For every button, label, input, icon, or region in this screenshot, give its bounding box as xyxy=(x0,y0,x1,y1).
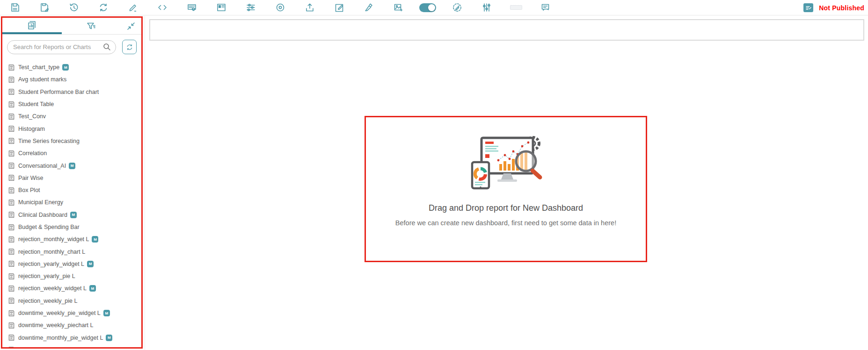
color-picker-button[interactable] xyxy=(442,0,472,15)
refresh-icon xyxy=(98,2,109,13)
sidebar-tabbar xyxy=(2,18,141,35)
report-icon xyxy=(8,88,15,95)
report-label: Test_chart_type xyxy=(18,64,59,71)
report-icon xyxy=(8,187,15,194)
edit-pencil-icon xyxy=(128,2,138,13)
reports-copy-icon xyxy=(27,20,37,30)
report-icon xyxy=(8,137,15,144)
dashboard-dropzone[interactable]: Drag and Drop report for New Dashboard B… xyxy=(365,116,647,262)
upload-button[interactable] xyxy=(295,0,324,15)
report-icon xyxy=(8,113,15,120)
report-label: rejection_yearly_widget L xyxy=(18,261,84,267)
report-list-item[interactable]: rejection_monthly_chart L xyxy=(2,245,141,257)
code-button[interactable] xyxy=(147,0,177,15)
report-list-item[interactable]: Student Table xyxy=(2,98,141,110)
report-list-item[interactable]: Time Series forecasting xyxy=(2,135,141,147)
tab-reports[interactable] xyxy=(2,18,62,34)
edit-button[interactable] xyxy=(118,0,147,15)
report-list-item[interactable]: Test_Conv xyxy=(2,110,141,122)
report-list-item[interactable]: rejection_weekly_pie L xyxy=(2,295,141,307)
add-image-button[interactable] xyxy=(383,0,413,15)
report-list-item[interactable]: Student Performance Bar chart xyxy=(2,86,141,98)
report-icon xyxy=(8,162,15,169)
report-icon xyxy=(8,125,15,132)
report-icon xyxy=(8,248,15,255)
report-icon xyxy=(8,260,15,267)
pen-button[interactable] xyxy=(354,0,383,15)
m-badge: M xyxy=(62,64,69,71)
report-label: downtime_monthly_pie_widget L xyxy=(18,335,103,341)
report-label: Student Table xyxy=(18,101,54,107)
report-list-item[interactable]: Correlation xyxy=(2,147,141,159)
m-badge: M xyxy=(106,335,112,341)
report-icon xyxy=(8,199,15,206)
report-label: Budget & Spending Bar xyxy=(18,224,80,230)
report-list-item[interactable]: rejection_yearly_pie L xyxy=(2,270,141,282)
comments-button[interactable] xyxy=(531,0,560,15)
search-input[interactable] xyxy=(13,43,103,50)
preview-button[interactable] xyxy=(265,0,295,15)
report-list-item[interactable]: Pair Wise xyxy=(2,172,141,184)
m-badge: M xyxy=(103,310,110,316)
publish-button[interactable] xyxy=(803,3,813,12)
report-label: rejection_weekly_pie L xyxy=(18,298,77,304)
report-label: Conversational_AI xyxy=(18,163,66,169)
report-list-item[interactable]: Test_chart_type M xyxy=(2,61,141,73)
m-badge: M xyxy=(92,236,98,243)
disabled-faded-icon xyxy=(510,5,522,10)
save-as-icon xyxy=(39,2,50,13)
report-list-item[interactable]: Avg student marks xyxy=(2,73,141,86)
reports-sidebar: Test_chart_type M Avg student marks Stud… xyxy=(1,16,143,349)
report-icon xyxy=(8,64,15,71)
report-list-item[interactable]: Downtime_Monthly_PieChart L xyxy=(2,344,141,347)
m-badge: M xyxy=(70,212,77,218)
m-badge: M xyxy=(87,261,94,267)
report-list-item[interactable]: rejection_monthly_widget L M xyxy=(2,233,141,245)
report-label: rejection_monthly_chart L xyxy=(18,249,85,255)
save-button[interactable] xyxy=(0,0,29,15)
layout-window-icon xyxy=(216,2,226,13)
report-icon xyxy=(8,334,15,341)
search-box[interactable] xyxy=(7,40,116,54)
card-settings-button[interactable] xyxy=(177,0,206,15)
report-list-item[interactable]: Budget & Spending Bar xyxy=(2,221,141,233)
report-icon xyxy=(8,346,15,347)
report-label: Downtime_Monthly_PieChart L xyxy=(18,347,99,347)
report-label: rejection_weekly_widget L xyxy=(18,285,87,292)
collapse-sidebar-button[interactable] xyxy=(121,18,141,34)
report-label: rejection_monthly_widget L xyxy=(18,236,89,243)
report-list-item[interactable]: Clinical Dashboard M xyxy=(2,209,141,221)
report-list-item[interactable]: Box Plot xyxy=(2,184,141,196)
toggle-on-icon xyxy=(419,3,436,12)
report-label: Student Performance Bar chart xyxy=(18,89,99,95)
report-list-item[interactable]: rejection_weekly_widget L M xyxy=(2,282,141,294)
analytics-illustration xyxy=(460,133,552,195)
report-icon xyxy=(8,285,15,292)
save-as-button[interactable] xyxy=(29,0,59,15)
report-icon xyxy=(8,150,15,157)
report-icon xyxy=(8,101,15,108)
report-icon xyxy=(8,174,15,181)
search-icon[interactable] xyxy=(103,43,111,51)
report-list-item[interactable]: downtime_weekly_piechart L xyxy=(2,319,141,331)
report-list-item[interactable]: downtime_weekly_pie_widget L M xyxy=(2,307,141,319)
report-list-item[interactable]: downtime_monthly_pie_widget L M xyxy=(2,332,141,344)
publish-status-badge: Not Published xyxy=(819,4,864,12)
filters-button[interactable] xyxy=(472,0,501,15)
report-list-item[interactable]: Histogram xyxy=(2,122,141,135)
edit-note-button[interactable] xyxy=(324,0,354,15)
upload-icon xyxy=(305,2,315,13)
tab-filters[interactable] xyxy=(62,18,121,34)
empty-widget-row xyxy=(149,19,864,41)
refresh-reports-button[interactable] xyxy=(122,40,137,54)
dashboard-canvas: Drag and Drop report for New Dashboard B… xyxy=(145,16,868,350)
add-image-icon xyxy=(393,2,403,13)
report-list-item[interactable]: Conversational_AI M xyxy=(2,159,141,171)
theme-toggle[interactable] xyxy=(413,0,442,15)
report-list-item[interactable]: Municipal Energy xyxy=(2,196,141,208)
history-button[interactable] xyxy=(59,0,88,15)
refresh-button[interactable] xyxy=(88,0,118,15)
layout-window-button[interactable] xyxy=(206,0,236,15)
report-list-item[interactable]: rejection_yearly_widget L M xyxy=(2,258,141,270)
settings-sliders-button[interactable] xyxy=(236,0,265,15)
